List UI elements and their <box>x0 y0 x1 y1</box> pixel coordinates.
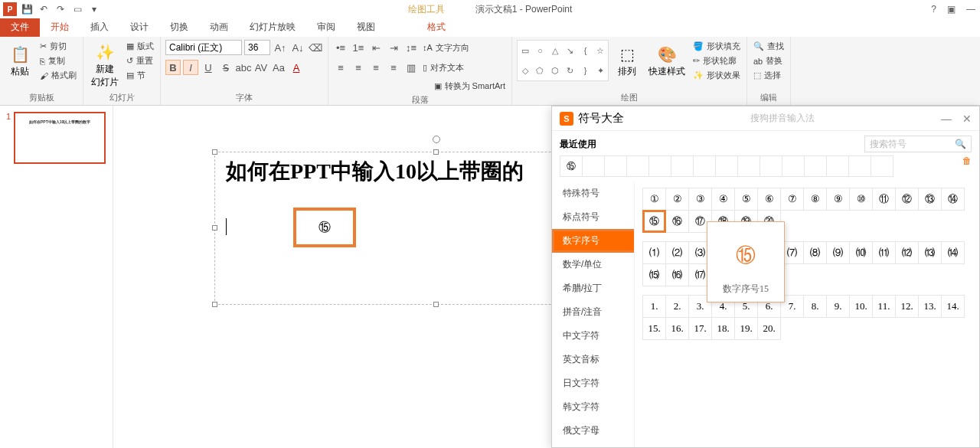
panel-minimize-button[interactable]: — <box>941 113 952 125</box>
resize-handle[interactable] <box>212 149 217 155</box>
tab-design[interactable]: 设计 <box>119 18 159 37</box>
tab-animations[interactable]: 动画 <box>199 18 239 37</box>
tab-home[interactable]: 开始 <box>40 18 80 37</box>
resize-handle[interactable] <box>433 149 439 155</box>
recent-symbol-empty[interactable] <box>582 155 605 177</box>
cat-cjk[interactable]: 中文字符 <box>552 324 634 348</box>
qat-dropdown-icon[interactable]: ▾ <box>87 2 101 16</box>
copy-button[interactable]: ⎘复制 <box>38 54 78 67</box>
symbol-cell[interactable]: 19. <box>734 317 758 340</box>
recent-symbol-empty[interactable] <box>648 155 671 177</box>
section-button[interactable]: ▤节 <box>125 69 155 82</box>
format-painter-button[interactable]: 🖌格式刷 <box>38 69 78 82</box>
symbol-cell[interactable]: ⑼ <box>826 241 850 264</box>
shrink-font-button[interactable]: A↓ <box>290 40 305 55</box>
strike-button[interactable]: S̶ <box>218 60 234 75</box>
tab-review[interactable]: 审阅 <box>306 18 346 37</box>
indent-inc-button[interactable]: ⇥ <box>386 40 401 55</box>
indent-dec-button[interactable]: ⇤ <box>368 40 384 55</box>
symbol-cell[interactable]: ⑩ <box>849 188 873 211</box>
smartart-button[interactable]: ▣转换为 SmartArt <box>433 80 507 93</box>
align-center-button[interactable]: ≡ <box>351 60 366 75</box>
cat-tab[interactable]: 制表符 <box>552 443 634 447</box>
recent-symbol-empty[interactable] <box>826 155 849 177</box>
symbol-cell[interactable]: 18. <box>711 317 735 340</box>
tab-insert[interactable]: 插入 <box>80 18 119 37</box>
tab-view[interactable]: 视图 <box>346 18 386 37</box>
help-button[interactable]: ? <box>931 4 936 15</box>
cut-button[interactable]: ✂剪切 <box>38 40 78 53</box>
recent-symbol[interactable]: ⑮ <box>560 155 583 177</box>
cat-numseq[interactable]: 数字序号 <box>552 229 634 253</box>
font-name-combo[interactable]: Calibri (正文) <box>165 40 242 55</box>
font-color-button[interactable]: A <box>289 60 304 75</box>
tab-file[interactable]: 文件 <box>0 18 40 37</box>
rotate-handle[interactable] <box>433 136 440 143</box>
align-right-button[interactable]: ≡ <box>368 60 384 75</box>
clear-format-button[interactable]: ⌫ <box>308 40 323 55</box>
cat-ru[interactable]: 俄文字母 <box>552 419 634 443</box>
layout-button[interactable]: ▦版式 <box>125 40 155 53</box>
grow-font-button[interactable]: A↑ <box>273 40 288 55</box>
shadow-button[interactable]: abc <box>236 60 251 75</box>
select-button[interactable]: ⬚选择 <box>752 69 786 82</box>
symbol-cell[interactable]: 12. <box>895 295 919 318</box>
recent-symbol-empty[interactable] <box>671 155 694 177</box>
text-direction-button[interactable]: ↕A文字方向 <box>421 41 471 54</box>
symbol-cell[interactable]: 2. <box>665 295 689 318</box>
recent-symbol-empty[interactable] <box>626 155 649 177</box>
new-slide-button[interactable]: ✨ 新建 幻灯片 <box>88 40 122 90</box>
recent-symbol-empty[interactable] <box>737 155 760 177</box>
symbol-cell[interactable]: ① <box>642 188 666 211</box>
shape-outline-button[interactable]: ✏形状轮廓 <box>691 54 742 67</box>
symbol-cell[interactable]: ⑦ <box>780 188 804 211</box>
paste-button[interactable]: 📋 粘贴 <box>5 40 35 82</box>
recent-symbol-empty[interactable] <box>760 155 782 177</box>
cat-greek[interactable]: 希腊/拉丁 <box>552 276 634 300</box>
line-spacing-button[interactable]: ↕≡ <box>403 40 419 55</box>
quick-styles-button[interactable]: 🎨快速样式 <box>645 40 688 82</box>
save-icon[interactable]: 💾 <box>20 2 34 16</box>
symbol-cell[interactable]: ⑴ <box>642 241 666 264</box>
symbol-cell[interactable]: ⑭ <box>941 188 965 211</box>
resize-handle[interactable] <box>212 302 217 307</box>
symbol-cell[interactable]: 11. <box>872 295 896 318</box>
symbol-cell[interactable]: ⑿ <box>895 241 919 264</box>
symbol-cell[interactable]: ⑥ <box>757 188 781 211</box>
recent-symbol-empty[interactable] <box>804 155 827 177</box>
recent-symbol-empty[interactable] <box>871 155 893 177</box>
symbol-cell[interactable]: ⑾ <box>872 241 896 264</box>
arrange-button[interactable]: ⬚排列 <box>612 40 642 82</box>
columns-button[interactable]: ▥ <box>403 60 419 75</box>
recent-symbol-empty[interactable] <box>782 155 805 177</box>
symbol-cell[interactable]: ⒃ <box>665 263 689 286</box>
tab-format[interactable]: 格式 <box>416 18 456 37</box>
symbol-cell[interactable]: ⒁ <box>941 241 965 264</box>
symbol-cell[interactable]: ④ <box>711 188 735 211</box>
resize-handle[interactable] <box>433 302 439 307</box>
thumb-preview[interactable]: 如何在PPT中输入10以上带圈的数字 <box>14 112 106 164</box>
cat-jp[interactable]: 日文字符 <box>552 371 634 395</box>
case-button[interactable]: Aa <box>271 60 286 75</box>
align-left-button[interactable]: ≡ <box>333 60 348 75</box>
symbol-cell[interactable]: ⑤ <box>734 188 758 211</box>
symbol-search-input[interactable]: 搜索符号 🔍 <box>864 136 972 152</box>
recent-symbol-empty[interactable] <box>604 155 627 177</box>
find-button[interactable]: 🔍查找 <box>752 40 786 53</box>
symbol-cell[interactable]: ③ <box>688 188 712 211</box>
symbol-cell[interactable]: ⑧ <box>803 188 827 211</box>
align-text-button[interactable]: ▯对齐文本 <box>421 61 466 74</box>
cat-eng[interactable]: 英文音标 <box>552 348 634 371</box>
symbol-cell[interactable]: ⑮ <box>642 210 666 233</box>
symbol-cell[interactable]: ⒂ <box>642 263 666 286</box>
font-size-combo[interactable]: 36 <box>244 40 270 55</box>
symbol-cell[interactable]: ⑽ <box>849 241 873 264</box>
thumbnail-1[interactable]: 1 如何在PPT中输入10以上带圈的数字 <box>6 112 106 164</box>
recent-symbol-empty[interactable] <box>693 155 716 177</box>
redo-icon[interactable]: ↷ <box>54 2 67 16</box>
bold-button[interactable]: B <box>165 60 181 75</box>
start-icon[interactable]: ▭ <box>70 2 84 16</box>
symbol-cell[interactable]: ⑬ <box>918 188 942 211</box>
shapes-gallery[interactable]: ▭○△↘{☆ ◇⬠⬡↻}✦ <box>517 40 609 81</box>
bullets-button[interactable]: •≡ <box>333 40 348 55</box>
